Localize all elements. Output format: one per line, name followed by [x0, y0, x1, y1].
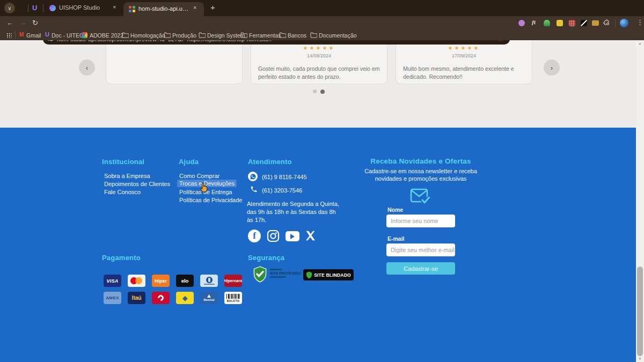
review-text: Gostei muito, cada produto que comprei v…: [258, 65, 380, 81]
bookmark-gmail[interactable]: Gmail: [26, 32, 41, 39]
bookmark-folder-producao[interactable]: Produção: [172, 32, 196, 39]
tab-close-icon[interactable]: ×: [193, 5, 196, 11]
payment-bradesco: [152, 292, 170, 304]
phone-number[interactable]: (61) 3203-7546: [262, 187, 302, 195]
newsletter-section: Receba Novidades e Ofertas Cadastre-se e…: [363, 157, 479, 209]
extension-icon[interactable]: [592, 20, 599, 26]
service-hours: Atendimento de Segunda a Quinta, das 9h …: [247, 200, 343, 224]
footer-heading-atendimento: Atendimento: [248, 158, 292, 166]
hand-cursor: [199, 181, 210, 194]
facebook-icon[interactable]: f: [248, 230, 261, 242]
color-picker-extension-icon[interactable]: [581, 20, 587, 26]
back-button[interactable]: ←: [6, 19, 13, 26]
page-scrollbar[interactable]: ▲ ▼: [636, 40, 644, 362]
payment-diners: [200, 275, 218, 287]
link-fale-conosco[interactable]: Fale Conosco: [104, 189, 141, 195]
name-field-label: Nome: [387, 206, 403, 213]
envelope-check-icon: [409, 187, 433, 207]
tab-close-icon[interactable]: ×: [113, 4, 116, 10]
payment-hiper: Hiper: [152, 275, 170, 287]
site-footer: Institucional Sobra a Empresa Depoimento…: [0, 128, 636, 362]
bookmark-folder-ferramentas[interactable]: Ferramentas: [249, 32, 281, 39]
phone-icon: [250, 186, 258, 193]
tab-hom-studio-api[interactable]: hom-studio-api.uishop.com.br ×: [123, 2, 204, 16]
link-depoimentos[interactable]: Depoimentos de Clientes: [104, 181, 170, 187]
footer-heading-pagamento: Pagamento: [102, 254, 141, 262]
payment-banco-do-brasil: ◈: [176, 292, 194, 304]
scrollbar-thumb[interactable]: [637, 267, 643, 356]
review-date: 14/08/2024: [251, 53, 387, 58]
carousel-dot-active[interactable]: [320, 90, 325, 94]
extension-icon[interactable]: [518, 20, 525, 26]
carousel-prev-button[interactable]: ‹: [79, 60, 95, 76]
bookmark-doc-uitec[interactable]: Doc - UITEC: [52, 32, 84, 39]
site-blindado-shield-icon: [306, 271, 312, 279]
tab-favicon: [129, 6, 135, 12]
new-tab-button[interactable]: +: [210, 3, 215, 11]
tab-favicon: [49, 5, 56, 11]
footer-heading-seguranca: Segurança: [248, 254, 284, 262]
payment-mastercard: [128, 275, 145, 287]
carousel-dot[interactable]: [313, 90, 317, 93]
payment-amex: AMEX: [104, 292, 121, 304]
carousel-next-button[interactable]: ›: [544, 60, 560, 76]
email-field-label: E-mail: [387, 235, 405, 242]
folder-icon: [122, 32, 129, 38]
scroll-up-arrow[interactable]: ▲: [636, 42, 644, 45]
bookmark-folder-documentacao[interactable]: Documentação: [319, 32, 357, 39]
extension-icon[interactable]: ft: [532, 19, 536, 25]
email-input[interactable]: [386, 243, 455, 256]
footer-heading-ajuda: Ajuda: [179, 158, 199, 166]
browser-tab-bar: ∨ U UISHOP Studio × hom-studio-api.uisho…: [0, 0, 644, 16]
newsletter-title: Receba Novidades e Ofertas: [363, 157, 479, 165]
youtube-icon[interactable]: [286, 231, 299, 241]
tab-uishop-studio[interactable]: UISHOP Studio ×: [46, 0, 121, 16]
bookmark-folder-homologacao[interactable]: Homologação: [130, 32, 165, 39]
payment-visa: VISA: [104, 275, 121, 287]
star-rating: ★★★★★: [251, 45, 387, 51]
uitec-icon: U: [45, 31, 49, 38]
tab-search-button[interactable]: ∨: [4, 3, 15, 13]
footer-heading-institucional: Institucional: [102, 158, 144, 166]
payment-boleto: BOLETO: [224, 292, 242, 304]
site-protegido-shield-icon: [253, 266, 267, 283]
adobe-icon: [82, 32, 87, 38]
name-input[interactable]: [386, 215, 455, 227]
menu-kebab-icon[interactable]: ⋮: [636, 19, 643, 26]
profile-avatar[interactable]: [620, 19, 628, 27]
link-politicas-privacidade[interactable]: Políticas de Privacidade: [179, 197, 242, 203]
folder-icon: [164, 32, 171, 38]
extension-icon[interactable]: [569, 20, 575, 26]
bookmarks-bar: M Gmail U Doc - UITEC ADOBE 2022 Homolog…: [0, 30, 644, 40]
link-como-comprar[interactable]: Como Comprar: [179, 173, 219, 179]
link-sobre-a-empresa[interactable]: Sobra a Empresa: [104, 173, 150, 179]
instagram-icon[interactable]: [267, 230, 280, 242]
folder-icon: [240, 32, 247, 38]
browser-toolbar: ← → ↻ hom-studio-api.uishop.com.br/previ…: [0, 16, 644, 30]
pinned-tab-uishop-icon[interactable]: U: [32, 4, 37, 12]
subscribe-button[interactable]: Cadastrar-se: [386, 262, 455, 275]
site-protegido-badge: SITE PROTEGIDO: [270, 269, 301, 278]
review-date: 17/09/2024: [396, 53, 532, 58]
folder-icon: [279, 32, 286, 38]
bookmark-folder-design-system[interactable]: Design System: [207, 32, 245, 39]
whatsapp-icon: [248, 172, 258, 181]
whatsapp-number[interactable]: (61) 9 8116-7445: [262, 173, 307, 181]
reload-button[interactable]: ↻: [32, 19, 38, 26]
star-rating: ★★★★★: [396, 45, 532, 51]
payment-banrisul: Banrisul: [200, 292, 218, 304]
apps-grid-icon[interactable]: [6, 33, 12, 38]
forward-button[interactable]: →: [19, 19, 26, 26]
payment-hipercard: Hipercard: [224, 275, 242, 287]
folder-icon: [310, 32, 317, 38]
payment-itau: Itaú: [128, 292, 145, 304]
bookmark-adobe[interactable]: ADOBE 2022: [90, 32, 123, 39]
extensions-puzzle-icon[interactable]: [603, 19, 610, 26]
bookmark-folder-bancos[interactable]: Bancos: [288, 32, 306, 39]
x-twitter-icon[interactable]: [305, 230, 316, 241]
extension-icon[interactable]: [544, 20, 550, 26]
extension-icon[interactable]: [557, 20, 563, 26]
barcode: [226, 294, 240, 299]
folder-icon: [199, 32, 206, 38]
scroll-down-arrow[interactable]: ▼: [636, 357, 644, 360]
